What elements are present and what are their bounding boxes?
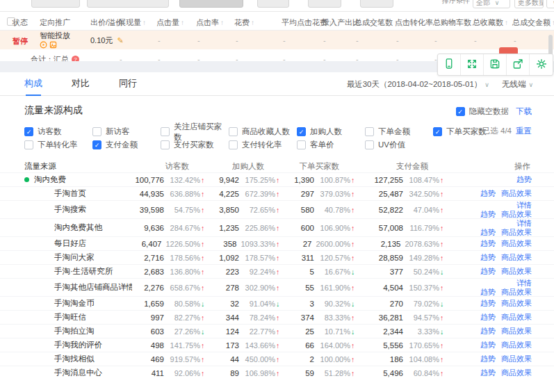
top-action-button[interactable] [179,0,243,8]
op-link-detail[interactable]: 详情 [516,279,532,287]
op-link-trend[interactable]: 趋势 [480,253,496,261]
op-link-trend[interactable]: 趋势 [480,341,496,349]
metric-cell: 41192.06%↑ [132,369,207,377]
campaign-row[interactable]: 暂停 智能投放 0.10元✎ ----------- [0,31,554,49]
metric-value: 25,487 [379,190,403,198]
metric-change: 82.27% [168,313,200,322]
table-row: 手淘首页44,935636.88%↑4,225672.39%↑297379.03… [0,186,554,200]
op-link-effect[interactable]: 商品效果 [501,253,532,261]
download-link[interactable]: 下载 [516,106,532,117]
source-name: 手淘淘金币 [0,298,132,309]
op-link-effect[interactable]: 商品效果 [501,189,532,197]
column-header[interactable]: 总成交笔数↑ [355,17,398,28]
filter-select[interactable]: 全部 ∨ [473,0,510,8]
op-link-trend[interactable]: 趋势 [480,313,496,321]
op-link-effect[interactable]: 商品效果 [501,288,532,296]
op-link-effect[interactable]: 商品效果 [501,228,532,236]
op-link-trend[interactable]: 趋势 [480,288,496,296]
column-header[interactable]: 花费↑ [234,17,254,28]
op-link-trend[interactable]: 趋势 [480,368,496,377]
metric-checkbox-item[interactable]: 支付转化率 [229,140,297,150]
metric-checkbox-item[interactable]: 新访客 [92,126,161,137]
metric-value: 411 [152,369,164,377]
op-link-detail[interactable]: 详情 [516,219,532,227]
save-button[interactable] [484,54,507,75]
metric-checkbox-item[interactable]: ✓加购人数 [297,126,365,137]
metric-checkbox-item[interactable]: ✓支付金额 [92,140,161,150]
op-link-trend[interactable]: 趋势 [480,189,496,197]
top-action-button[interactable] [360,0,393,8]
column-header[interactable]: 点击转化率↑ [395,17,438,28]
tab-构成[interactable]: 构成 [24,72,42,96]
op-link-effect[interactable]: 商品效果 [501,299,532,307]
metric-checkbox-item[interactable]: 客单价 [297,140,365,150]
op-link-trend[interactable]: 趋势 [480,299,496,307]
top-action-button[interactable] [257,0,289,8]
op-link-effect[interactable]: 商品效果 [501,327,532,335]
op-link-trend[interactable]: 趋势 [480,327,496,335]
op-link-effect[interactable]: 商品效果 [501,354,532,363]
collapse-button[interactable]: ∨ [546,0,554,8]
op-link-effect[interactable]: 商品效果 [501,210,532,218]
vertical-scrollbar[interactable] [548,35,553,56]
op-link-trend[interactable]: 趋势 [516,175,532,183]
metric-change: 79.02% [407,300,439,308]
actions-cell: 趋势商品效果 [446,341,554,350]
op-link-effect[interactable]: 商品效果 [501,341,532,349]
date-range-selector[interactable]: 最近30天（2018-04-02~2018-05-01）∨ [347,79,489,90]
reset-link[interactable]: 重置 [516,126,532,135]
column-header[interactable]: 总成交金额↑ [512,17,554,28]
metric-checkbox-item[interactable]: 支付买家数 [161,140,229,150]
metric-checkbox-item[interactable]: 关注店铺买家数 [161,122,229,142]
metric-checkbox-item[interactable]: 商品收藏人数 [229,126,297,137]
fullscreen-button[interactable] [461,54,484,75]
op-link-trend[interactable]: 趋势 [480,354,496,363]
op-link-detail[interactable]: 详情 [516,201,532,209]
play-circle-icon[interactable] [40,41,47,49]
share-button[interactable] [507,54,530,75]
metric-label: 商品收藏人数 [242,126,290,137]
column-header[interactable]: 展现量↑ [118,17,146,28]
op-link-effect[interactable]: 商品效果 [501,313,532,321]
more-data-button[interactable]: 更多数据 [514,0,544,8]
column-header[interactable]: 总收藏数↑ [473,17,508,28]
metric-value: 2,716 [144,254,164,262]
op-link-trend[interactable]: 趋势 [480,239,496,247]
op-link-trend[interactable]: 趋势 [480,228,496,236]
op-link-effect[interactable]: 商品效果 [501,267,532,275]
op-link-trend[interactable]: 趋势 [480,210,496,218]
op-link-trend[interactable]: 趋势 [480,267,496,275]
metric-value: 377 [390,268,403,276]
metric-checkbox-item[interactable]: ✓访客数 [24,126,92,137]
top-action-button[interactable] [87,0,169,8]
op-link-effect[interactable]: 商品效果 [501,239,532,247]
op-link-effect[interactable]: 商品效果 [501,368,532,377]
metric-value: 4,225 [219,190,239,198]
arrow-up-icon: ↑ [201,224,207,232]
column-header[interactable]: 点击量↑ [156,17,184,28]
metric-change: 50.24% [407,268,439,276]
tab-同行[interactable]: 同行 [119,72,137,96]
actions-cell: 详情趋势商品效果 [446,279,554,296]
table-row: 手淘找相似469919.57%↑44450.00%↑2100.00%↑18610… [0,352,554,366]
settings-button[interactable] [530,54,553,75]
metric-checkbox-item[interactable]: UV价值 [365,140,433,150]
metric-value: 1,235 [219,224,239,232]
terminal-selector[interactable]: 无线端∨ [502,79,533,90]
column-header[interactable]: 总购物车数↑ [433,17,476,28]
checkbox-icon: ✓ [24,127,33,136]
mobile-preview-button[interactable] [438,54,461,75]
metric-checkbox-item[interactable]: 下单金额 [365,126,433,137]
metric-label: 支付金额 [106,140,138,150]
top-action-button[interactable] [308,0,341,8]
arrow-up-icon: ↑ [276,206,282,214]
metric-checkbox-item[interactable]: 下单转化率 [24,140,92,150]
tab-对比[interactable]: 对比 [72,72,90,96]
column-header[interactable]: 点击率↑ [196,17,224,28]
actions-cell: 详情趋势商品效果 [446,219,554,236]
hide-empty-checkbox[interactable]: ✓ [456,107,465,116]
creative-image-icon[interactable] [49,41,57,49]
metric-value: 5 [310,268,314,276]
sort-arrow-icon: ↑ [142,19,146,26]
top-action-button[interactable] [31,0,80,8]
